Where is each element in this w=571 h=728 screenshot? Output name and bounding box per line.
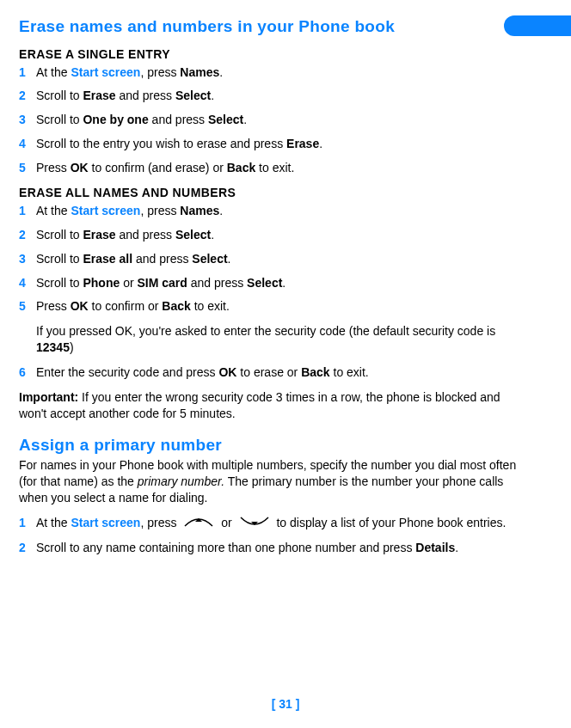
down-key-icon xyxy=(237,516,272,532)
subhead-single: ERASE A SINGLE ENTRY xyxy=(19,46,519,63)
step-number: 1 xyxy=(19,203,36,219)
step-text: Scroll to One by one and press Select. xyxy=(36,112,519,128)
list-item: 4 Scroll to the entry you wish to erase … xyxy=(19,136,519,152)
step-number: 2 xyxy=(19,227,36,243)
link-start-screen: Start screen xyxy=(71,516,140,529)
list-item: 1 At the Start screen, press Names. xyxy=(19,203,519,219)
link-start-screen: Start screen xyxy=(71,204,140,217)
step-text: Scroll to Erase and press Select. xyxy=(36,88,519,104)
list-item: 2 Scroll to any name containing more tha… xyxy=(19,540,519,556)
subhead-all: ERASE ALL NAMES AND NUMBERS xyxy=(19,185,519,201)
step-text: Scroll to Erase and press Select. xyxy=(36,227,519,243)
side-tab xyxy=(504,15,571,36)
page-number: [ 31 ] xyxy=(0,696,571,713)
steps-all: 1 At the Start screen, press Names. 2 Sc… xyxy=(19,203,519,315)
list-item: 2 Scroll to Erase and press Select. xyxy=(19,227,519,243)
steps-assign: 1 At the Start screen, press or to displ… xyxy=(19,515,519,556)
intro-para: For names in your Phone book with multip… xyxy=(19,457,519,506)
step-number: 5 xyxy=(19,160,36,176)
step-text: Enter the security code and press OK to … xyxy=(36,364,519,381)
step-number: 3 xyxy=(19,251,36,267)
list-item: 4 Scroll to Phone or SIM card and press … xyxy=(19,275,519,291)
step-text: Scroll to Erase all and press Select. xyxy=(36,251,519,267)
step-number: 1 xyxy=(19,515,36,531)
list-item: 3 Scroll to One by one and press Select. xyxy=(19,112,519,128)
step-text: Scroll to any name containing more than … xyxy=(36,540,519,556)
list-item: 1 At the Start screen, press or to displ… xyxy=(19,515,519,532)
step-text: Press OK to confirm (and erase) or Back … xyxy=(36,160,519,176)
step-text: Scroll to the entry you wish to erase an… xyxy=(36,136,519,152)
up-key-icon xyxy=(181,516,216,532)
step-number: 4 xyxy=(19,136,36,152)
step-text: Press OK to confirm or Back to exit. xyxy=(36,298,519,315)
list-item: 3 Scroll to Erase all and press Select. xyxy=(19,251,519,267)
link-start-screen: Start screen xyxy=(71,65,140,79)
step-number: 5 xyxy=(19,298,36,315)
list-item: 2 Scroll to Erase and press Select. xyxy=(19,88,519,104)
step-text: At the Start screen, press Names. xyxy=(36,64,519,81)
heading-assign: Assign a primary number xyxy=(19,434,519,456)
steps-all-continued: 6 Enter the security code and press OK t… xyxy=(19,364,519,381)
step-text: Scroll to Phone or SIM card and press Se… xyxy=(36,275,519,291)
step-number: 6 xyxy=(19,364,36,381)
list-item: 6 Enter the security code and press OK t… xyxy=(19,364,519,381)
step-number: 4 xyxy=(19,275,36,291)
list-item: 5 Press OK to confirm (and erase) or Bac… xyxy=(19,160,519,176)
important-note: Important: If you enter the wrong securi… xyxy=(19,389,519,422)
list-item: 5 Press OK to confirm or Back to exit. xyxy=(19,298,519,315)
security-note: If you pressed OK, you're asked to enter… xyxy=(36,323,519,356)
step-number: 1 xyxy=(19,64,36,81)
steps-single: 1 At the Start screen, press Names. 2 Sc… xyxy=(19,64,519,176)
step-number: 2 xyxy=(19,88,36,104)
heading-erase: Erase names and numbers in your Phone bo… xyxy=(19,15,519,38)
step-text: At the Start screen, press Names. xyxy=(36,203,519,219)
step-number: 2 xyxy=(19,540,36,556)
step-text: At the Start screen, press or to display… xyxy=(36,515,519,532)
list-item: 1 At the Start screen, press Names. xyxy=(19,64,519,81)
step-number: 3 xyxy=(19,112,36,128)
